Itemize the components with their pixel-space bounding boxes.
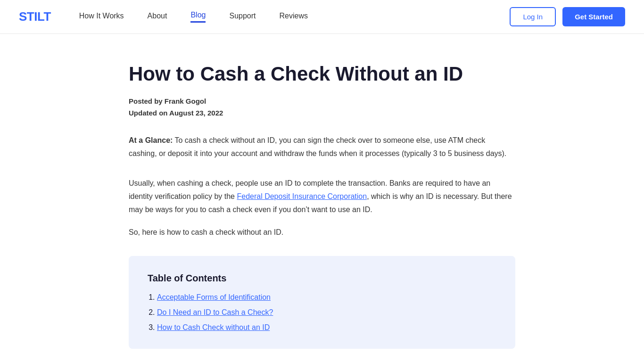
at-a-glance-label: At a Glance: — [129, 136, 173, 144]
navbar: STILT How It WorksAboutBlogSupportReview… — [0, 0, 644, 34]
body-paragraph-1: Usually, when cashing a check, people us… — [129, 177, 515, 216]
toc-item-2: Do I Need an ID to Cash a Check? — [157, 308, 496, 317]
nav-link-reviews[interactable]: Reviews — [280, 12, 308, 22]
login-button[interactable]: Log In — [510, 7, 556, 26]
nav-links: How It WorksAboutBlogSupportReviews — [79, 11, 510, 23]
main-content: How to Cash a Check Without an ID Posted… — [110, 34, 534, 362]
nav-link-how-it-works[interactable]: How It Works — [79, 12, 124, 22]
at-a-glance-paragraph: At a Glance: To cash a check without an … — [129, 134, 515, 159]
toc-link-3[interactable]: How to Cash Check without an ID — [157, 323, 270, 331]
toc-link-1[interactable]: Acceptable Forms of Identification — [157, 293, 271, 301]
toc-link-2[interactable]: Do I Need an ID to Cash a Check? — [157, 308, 273, 316]
article-updated: Updated on August 23, 2022 — [129, 109, 515, 117]
fdic-link[interactable]: Federal Deposit Insurance Corporation — [237, 192, 367, 200]
table-of-contents-box: Table of Contents Acceptable Forms of Id… — [129, 256, 515, 349]
nav-link-blog[interactable]: Blog — [190, 11, 206, 23]
site-logo[interactable]: STILT — [19, 9, 51, 24]
toc-list: Acceptable Forms of IdentificationDo I N… — [148, 293, 496, 332]
toc-title: Table of Contents — [148, 273, 496, 284]
get-started-button[interactable]: Get Started — [562, 7, 625, 26]
nav-actions: Log In Get Started — [510, 7, 625, 26]
at-a-glance-text: To cash a check without an ID, you can s… — [129, 136, 506, 157]
nav-link-support[interactable]: Support — [229, 12, 256, 22]
article-author: Posted by Frank Gogol — [129, 97, 515, 105]
toc-item-3: How to Cash Check without an ID — [157, 323, 496, 332]
nav-link-about[interactable]: About — [148, 12, 167, 22]
article-title: How to Cash a Check Without an ID — [129, 62, 515, 86]
body-paragraph-2: So, here is how to cash a check without … — [129, 226, 515, 239]
toc-item-1: Acceptable Forms of Identification — [157, 293, 496, 302]
